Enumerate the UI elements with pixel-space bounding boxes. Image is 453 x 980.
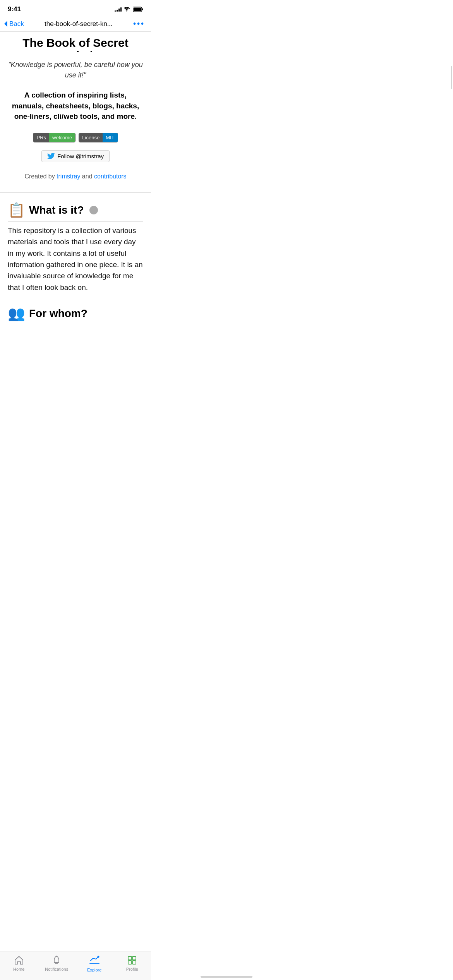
trimstray-link[interactable]: trimstray: [57, 173, 80, 180]
anchor-dot: [89, 206, 98, 214]
license-badge-left: License: [79, 133, 103, 142]
twitter-follow-section: Follow @trimstray: [8, 150, 143, 162]
chevron-left-icon: [4, 21, 8, 27]
contributors-link[interactable]: contributors: [94, 173, 127, 180]
license-badge[interactable]: License MIT: [79, 133, 118, 142]
wifi-icon: [124, 7, 130, 12]
status-icons: [115, 7, 143, 12]
prs-badge-right: welcome: [49, 133, 75, 142]
svg-rect-1: [134, 8, 141, 11]
license-badge-right: MIT: [103, 133, 117, 142]
twitter-follow-button[interactable]: Follow @trimstray: [41, 150, 110, 162]
badges-row: PRs welcome License MIT: [8, 133, 143, 142]
what-is-it-body: This repository is a collection of vario…: [8, 225, 143, 293]
section-divider: [0, 192, 151, 193]
what-is-it-emoji: 📋: [8, 202, 25, 218]
what-is-it-heading: 📋 What is it?: [8, 202, 143, 222]
status-time: 9:41: [8, 5, 21, 13]
prs-badge[interactable]: PRs welcome: [33, 133, 76, 142]
back-label: Back: [9, 20, 24, 28]
for-whom-emoji: 👥: [8, 305, 25, 322]
for-whom-title: For whom?: [29, 307, 88, 320]
content-area: The Book of Secret Knowledge "Knowledge …: [0, 32, 151, 370]
more-button[interactable]: •••: [133, 19, 145, 28]
page-title-partial: The Book of Secret Knowledge: [8, 32, 143, 52]
description-text: A collection of inspiring lists, manuals…: [8, 90, 143, 122]
status-bar: 9:41: [0, 0, 151, 16]
nav-bar: Back the-book-of-secret-kn... •••: [0, 16, 151, 32]
twitter-icon: [47, 153, 55, 159]
svg-rect-2: [142, 9, 143, 10]
prs-badge-left: PRs: [33, 133, 49, 142]
nav-title: the-book-of-secret-kn...: [27, 20, 130, 28]
quote-text: "Knowledge is powerful, be careful how y…: [8, 60, 143, 81]
created-by-text: Created by trimstray and contributors: [8, 173, 143, 180]
battery-icon: [133, 7, 143, 12]
what-is-it-title: What is it?: [29, 204, 84, 216]
back-button[interactable]: Back: [4, 20, 24, 28]
twitter-follow-label: Follow @trimstray: [57, 153, 104, 159]
for-whom-heading: 👥 For whom?: [8, 305, 143, 322]
signal-icon: [115, 7, 122, 12]
